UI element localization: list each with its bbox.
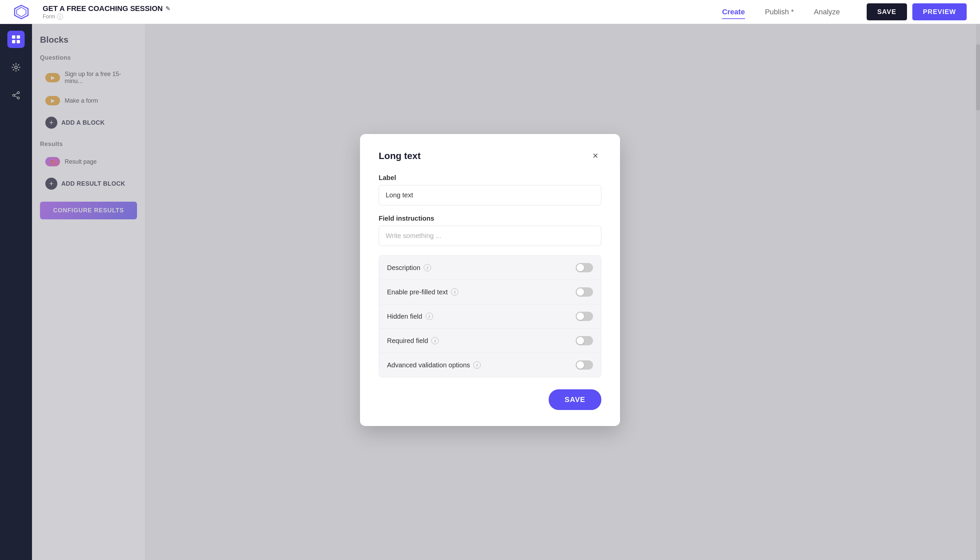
setting-label-hidden: Hidden field i	[387, 313, 433, 320]
label-form-group: Label	[379, 174, 601, 205]
setting-row-hidden: Hidden field i	[379, 304, 601, 329]
modal-header: Long text ✕	[379, 150, 601, 162]
hidden-toggle[interactable]	[576, 312, 593, 321]
svg-rect-2	[12, 35, 15, 39]
sidebar-item-share[interactable]	[7, 87, 25, 104]
setting-row-prefilled: Enable pre-filled text i	[379, 280, 601, 304]
validation-info-icon[interactable]: i	[473, 361, 481, 369]
hidden-info-icon[interactable]: i	[426, 313, 433, 320]
modal-footer: SAVE	[379, 389, 601, 410]
svg-point-6	[15, 66, 17, 69]
setting-row-description: Description i	[379, 256, 601, 280]
setting-row-validation: Advanced validation options i	[379, 353, 601, 377]
label-field-label: Label	[379, 174, 601, 182]
nav-preview-button[interactable]: PREVIEW	[912, 3, 967, 20]
logo[interactable]	[13, 4, 29, 20]
settings-section: Description i Enable pre-filled text i H…	[379, 255, 601, 377]
tab-publish[interactable]: Publish *	[765, 6, 794, 18]
setting-label-prefilled: Enable pre-filled text i	[387, 288, 458, 296]
description-toggle[interactable]	[576, 263, 593, 272]
modal-title: Long text	[379, 151, 421, 161]
nav-tabs: Create Publish * Analyze	[722, 6, 840, 18]
form-info: GET A FREE COACHING SESSION ✎ Form i	[43, 4, 170, 20]
sidebar-item-blocks[interactable]	[7, 31, 25, 48]
modal-save-button[interactable]: SAVE	[549, 389, 601, 410]
prefilled-info-icon[interactable]: i	[451, 288, 458, 296]
nav-actions: SAVE PREVIEW	[867, 3, 967, 20]
svg-line-11	[15, 96, 17, 98]
svg-rect-3	[17, 35, 20, 39]
instructions-form-group: Field instructions	[379, 215, 601, 246]
top-navigation: GET A FREE COACHING SESSION ✎ Form i Cre…	[0, 0, 980, 24]
setting-label-required: Required field i	[387, 337, 439, 345]
form-subtitle: Form	[43, 14, 55, 20]
form-title: GET A FREE COACHING SESSION	[43, 4, 163, 13]
prefilled-toggle[interactable]	[576, 287, 593, 297]
nav-save-button[interactable]: SAVE	[867, 3, 907, 20]
svg-point-8	[13, 94, 15, 96]
sidebar-item-settings[interactable]	[7, 59, 25, 76]
tab-create[interactable]: Create	[722, 6, 745, 18]
instructions-input[interactable]	[379, 226, 601, 246]
sidebar	[0, 24, 32, 560]
setting-label-validation: Advanced validation options i	[387, 361, 481, 369]
setting-label-description: Description i	[387, 264, 431, 272]
svg-point-7	[17, 92, 19, 94]
validation-toggle[interactable]	[576, 360, 593, 370]
tab-analyze[interactable]: Analyze	[814, 6, 840, 18]
svg-point-9	[17, 97, 19, 99]
description-info-icon[interactable]: i	[424, 264, 431, 271]
required-info-icon[interactable]: i	[431, 337, 439, 344]
label-input[interactable]	[379, 185, 601, 205]
svg-line-10	[15, 93, 17, 95]
instructions-field-label: Field instructions	[379, 215, 601, 222]
setting-row-required: Required field i	[379, 329, 601, 353]
svg-marker-1	[17, 7, 26, 17]
svg-rect-5	[17, 40, 20, 43]
edit-icon[interactable]: ✎	[165, 5, 170, 12]
modal-close-button[interactable]: ✕	[589, 150, 601, 162]
required-toggle[interactable]	[576, 336, 593, 345]
form-info-icon: i	[57, 14, 63, 20]
svg-rect-4	[12, 40, 15, 43]
long-text-modal: Long text ✕ Label Field instructions Des…	[360, 134, 620, 426]
